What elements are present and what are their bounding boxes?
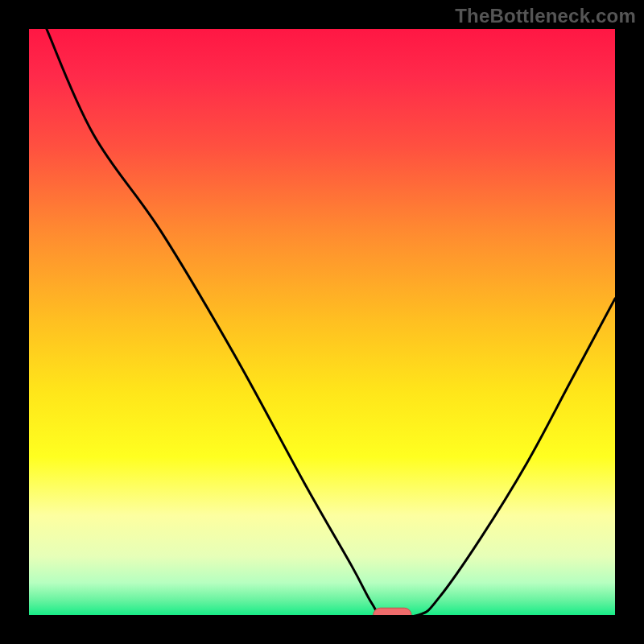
watermark-text: TheBottleneck.com bbox=[455, 5, 636, 27]
chart-stage: TheBottleneck.com bbox=[0, 0, 644, 644]
bottleneck-chart bbox=[29, 29, 615, 615]
gradient-background bbox=[29, 29, 615, 615]
optimal-marker-pill bbox=[374, 608, 411, 615]
